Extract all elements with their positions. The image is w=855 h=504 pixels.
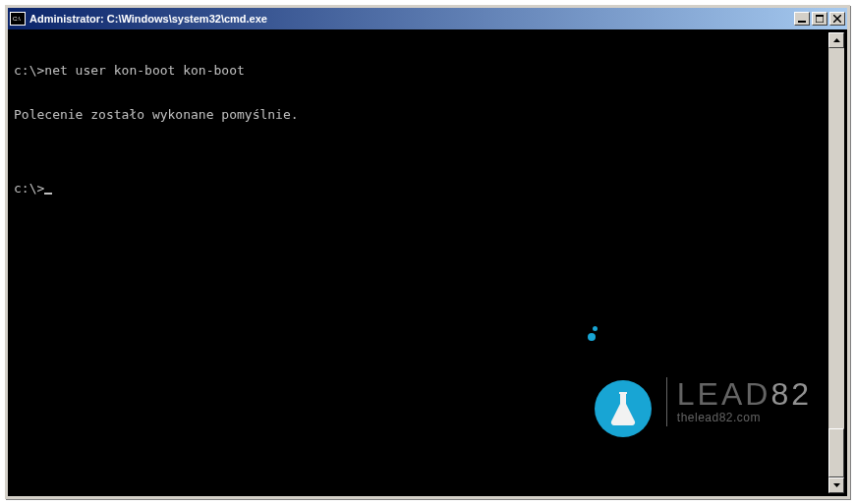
titlebar: Administrator: C:\Windows\system32\cmd.e… <box>8 8 847 29</box>
console-line: Polecenie zostało wykonane pomyślnie. <box>14 107 841 122</box>
console-prompt: c:\> <box>14 181 44 196</box>
scroll-up-button[interactable] <box>828 32 844 48</box>
cmd-icon <box>10 12 26 26</box>
brand-name: LEAD82 <box>677 378 812 412</box>
titlebar-left: Administrator: C:\Windows\system32\cmd.e… <box>10 12 267 26</box>
scroll-thumb[interactable] <box>828 428 844 477</box>
close-button[interactable] <box>829 12 845 26</box>
console-output[interactable]: c:\>net user kon-boot kon-boot Polecenie… <box>8 29 847 496</box>
watermark-text: LEAD82 thelead82.com <box>677 378 812 423</box>
window-title: Administrator: C:\Windows\system32\cmd.e… <box>29 13 267 25</box>
scroll-down-button[interactable] <box>828 477 844 493</box>
cmd-window: Administrator: C:\Windows\system32\cmd.e… <box>5 5 850 499</box>
scroll-track[interactable] <box>828 48 844 477</box>
flask-icon <box>595 380 652 437</box>
console-prompt-line: c:\> <box>14 181 841 196</box>
watermark: LEAD82 thelead82.com <box>595 336 812 467</box>
svg-rect-2 <box>816 15 824 17</box>
window-controls <box>792 12 845 26</box>
console-line: c:\>net user kon-boot kon-boot <box>14 63 841 78</box>
maximize-button[interactable] <box>812 12 827 26</box>
brand-url: thelead82.com <box>677 412 812 424</box>
separator-icon <box>666 377 667 426</box>
vertical-scrollbar[interactable] <box>828 32 844 493</box>
minimize-button[interactable] <box>794 12 810 26</box>
bubbles-icon <box>585 326 598 341</box>
svg-rect-0 <box>798 21 806 23</box>
cursor-icon <box>44 193 52 195</box>
